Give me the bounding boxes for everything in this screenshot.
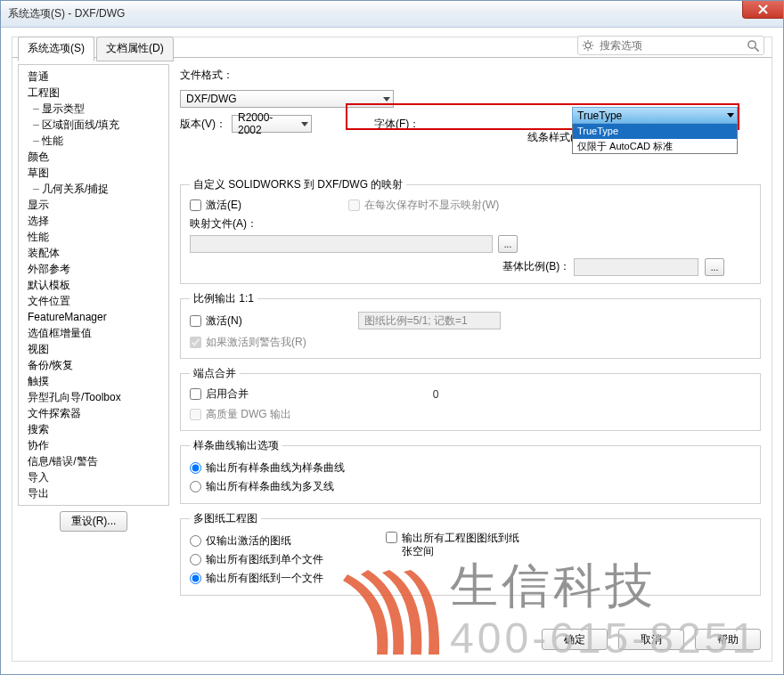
options-tree[interactable]: 普通工程图显示类型区域剖面线/填充性能颜色草图几何关系/捕捉显示选择性能装配体外…: [18, 64, 169, 506]
tree-item[interactable]: 显示: [26, 197, 163, 213]
fileformat-label: 文件格式：: [180, 68, 233, 83]
tree-item[interactable]: 文件位置: [26, 293, 163, 309]
tab-system-options[interactable]: 系统选项(S): [18, 37, 94, 61]
group-multisheet: 多图纸工程图 仅输出激活的图纸 输出所有图纸到单个文件 输出所有图纸到一个文件 …: [180, 511, 761, 596]
window-title: 系统选项(S) - DXF/DWG: [8, 6, 125, 21]
tree-item[interactable]: 性能: [26, 133, 163, 149]
font-option-truetype[interactable]: TrueType: [572, 124, 738, 139]
basescale-input[interactable]: [574, 258, 698, 276]
tree-item[interactable]: 导入: [26, 469, 163, 485]
chk-activate-map[interactable]: 激活(E): [190, 198, 241, 213]
reset-button[interactable]: 重设(R)...: [60, 511, 128, 532]
svg-point-9: [748, 40, 755, 47]
tree-item[interactable]: 外部参考: [26, 261, 163, 277]
radio-spline-as-poly[interactable]: 输出所有样条曲线为多叉线: [190, 479, 334, 494]
search-icon: [747, 39, 760, 53]
tree-item[interactable]: 信息/错误/警告: [26, 453, 163, 469]
group-spline: 样条曲线输出选项 输出所有样条曲线为样条曲线 输出所有样条曲线为多叉线: [180, 438, 761, 504]
tree-item[interactable]: 视图: [26, 341, 163, 357]
tree-item[interactable]: 性能: [26, 229, 163, 245]
svg-line-6: [591, 48, 592, 49]
font-select[interactable]: TrueType TrueType 仅限于 AutoCAD 标准: [572, 107, 738, 154]
group-endpoint: 端点合并 启用合并 0 高质量 DWG 输出: [180, 366, 761, 431]
radio-active-sheet[interactable]: 仅输出激活的图纸: [190, 533, 386, 549]
font-option-autocad[interactable]: 仅限于 AutoCAD 标准: [572, 139, 738, 154]
close-button[interactable]: [742, 1, 783, 19]
tab-doc-properties[interactable]: 文档属性(D): [96, 37, 174, 61]
version-select[interactable]: R2000-2002: [232, 115, 312, 133]
gear-icon: [582, 39, 594, 52]
radio-all-one[interactable]: 输出所有图纸到一个文件: [190, 571, 386, 586]
tree-item[interactable]: 协作: [26, 437, 163, 453]
tree-item[interactable]: 异型孔向导/Toolbox: [26, 389, 163, 405]
mapfile-input[interactable]: [190, 235, 493, 253]
tree-item[interactable]: 导出: [26, 485, 163, 501]
svg-line-7: [584, 48, 585, 49]
svg-point-0: [585, 43, 591, 48]
endpoint-value: 0: [364, 388, 507, 401]
tree-item[interactable]: 触摸: [26, 373, 163, 389]
chk-enable-merge[interactable]: 启用合并: [190, 386, 249, 402]
tree-item[interactable]: 普通: [26, 69, 163, 85]
tree-item[interactable]: 草图: [26, 165, 163, 181]
svg-line-10: [755, 47, 758, 51]
tree-item[interactable]: 工程图: [26, 85, 163, 101]
radio-all-single[interactable]: 输出所有图纸到单个文件: [190, 552, 386, 567]
svg-line-8: [591, 42, 592, 43]
chk-warn-ratio[interactable]: 如果激活则警告我(R): [190, 335, 306, 350]
search-box[interactable]: [577, 36, 764, 55]
group-mapping: 自定义 SOLIDWORKS 到 DXF/DWG 的映射 激活(E) 在每次保存…: [180, 177, 761, 284]
tree-item[interactable]: 区域剖面线/填充: [26, 117, 163, 133]
help-button[interactable]: 帮助: [695, 629, 761, 650]
fileformat-select[interactable]: DXF/DWG: [180, 90, 394, 108]
chk-nosave-map[interactable]: 在每次保存时不显示映射(W): [348, 198, 499, 213]
chk-hq-dwg[interactable]: 高质量 DWG 输出: [190, 407, 291, 422]
basescale-browse[interactable]: ...: [705, 258, 724, 276]
tree-item[interactable]: 显示类型: [26, 101, 163, 117]
radio-spline-as-spline[interactable]: 输出所有样条曲线为样条曲线: [190, 460, 345, 476]
version-label: 版本(V)：: [180, 117, 226, 132]
tree-item[interactable]: 搜索: [26, 421, 163, 437]
mapfile-browse[interactable]: ...: [498, 235, 518, 253]
tree-item[interactable]: 备份/恢复: [26, 357, 163, 373]
svg-line-5: [584, 42, 585, 43]
mapfile-label: 映射文件(A)：: [190, 216, 751, 232]
chk-paperspace[interactable]: 输出所有工程图图纸到纸张空间: [386, 532, 519, 558]
tree-item[interactable]: FeatureManager: [26, 309, 163, 325]
paper-ratio-select[interactable]: 图纸比例=5/1; 记数=1: [358, 312, 501, 329]
search-input[interactable]: [598, 38, 747, 53]
tree-item[interactable]: 默认模板: [26, 277, 163, 293]
titlebar: 系统选项(S) - DXF/DWG: [1, 1, 783, 28]
group-ratio: 比例输出 1:1 激活(N) 图纸比例=5/1; 记数=1 如果激活则警告我(R…: [180, 291, 761, 359]
tree-item[interactable]: 装配体: [26, 245, 163, 261]
chk-activate-ratio[interactable]: 激活(N): [190, 313, 242, 329]
tree-item[interactable]: 文件探索器: [26, 405, 163, 421]
tree-item[interactable]: 选值框增量值: [26, 325, 163, 341]
tree-item[interactable]: 选择: [26, 213, 163, 229]
tree-item[interactable]: 颜色: [26, 149, 163, 165]
font-label: 字体(F)：: [374, 117, 420, 132]
ok-button[interactable]: 确定: [542, 629, 608, 650]
tree-item[interactable]: 几何关系/捕捉: [26, 181, 163, 197]
cancel-button[interactable]: 取消: [618, 629, 684, 650]
